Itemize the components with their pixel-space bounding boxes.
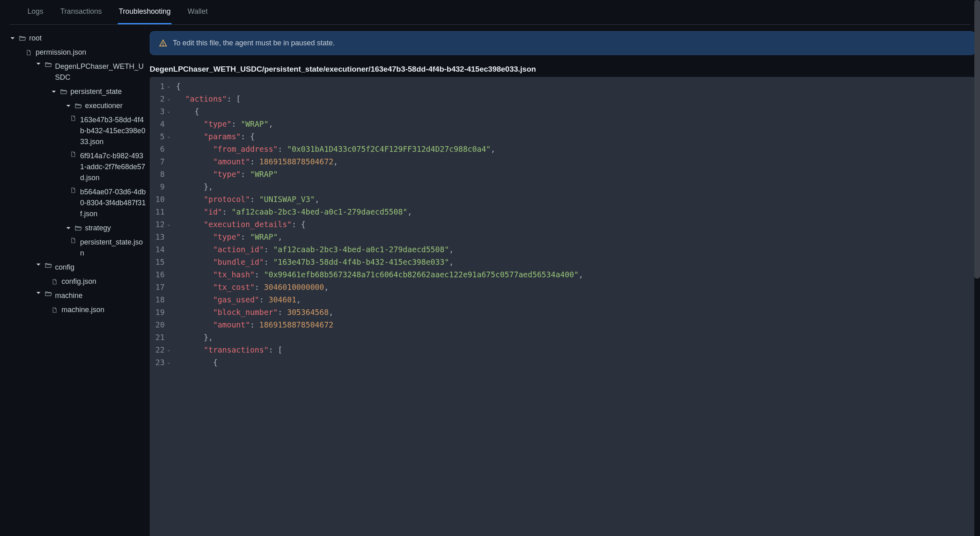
tree-item-label: machine [55,290,83,301]
tab-bar: LogsTransactionsTroubleshootingWallet [10,0,970,25]
fold-marker-icon[interactable]: ⌄ [166,221,171,228]
tree-item-label: persistent_state.json [80,237,146,259]
file-icon [25,49,32,56]
folder-open-icon [60,88,67,96]
code-line[interactable]: "amount": 1869158878504672 [176,319,583,331]
line-number: 5⌄ [155,130,171,143]
line-number: 19 [155,306,171,319]
code-line[interactable]: "id": "af12caab-2bc3-4bed-a0c1-279daecd5… [176,206,583,218]
code-line[interactable]: }, [176,331,583,344]
folder-tree-item[interactable]: persistent_state [10,85,146,99]
caret-down-icon [36,262,41,268]
code-line[interactable]: }, [176,181,583,193]
line-number: 8 [155,168,171,181]
tree-item-label: DegenLPChaser_WETH_USDC [55,61,146,83]
tree-item-label: root [29,33,42,44]
tree-item-label: 6f914a7c-b982-4931-addc-2f7fe68de57d.jso… [80,151,146,183]
alert-text: To edit this file, the agent must be in … [173,39,335,47]
code-line[interactable]: "tx_hash": "0x99461efb68b5673248a71c6064… [176,268,583,281]
folder-tree-item[interactable]: config [10,260,146,274]
code-line[interactable]: "action_id": "af12caab-2bc3-4bed-a0c1-27… [176,243,583,256]
fold-marker-icon[interactable]: ⌄ [166,133,171,140]
file-tree-item[interactable]: 163e47b3-58dd-4f4b-b432-415ec398e033.jso… [10,113,146,149]
line-number: 2⌄ [155,93,171,105]
line-number: 4 [155,118,171,130]
folder-tree-item[interactable]: DegenLPChaser_WETH_USDC [10,60,146,85]
code-line[interactable]: { [176,105,583,118]
folder-open-icon [45,61,52,68]
code-line[interactable]: "transactions": [ [176,344,583,356]
fold-marker-icon[interactable]: ⌄ [166,359,171,366]
fold-marker-icon[interactable]: ⌄ [166,83,171,90]
code-line[interactable]: "type": "WRAP", [176,118,583,130]
file-tree-item[interactable]: 6f914a7c-b982-4931-addc-2f7fe68de57d.jso… [10,149,146,185]
code-line[interactable]: "execution_details": { [176,218,583,231]
code-line[interactable]: { [176,356,583,369]
code-line[interactable]: "block_number": 305364568, [176,306,583,319]
file-tree-item[interactable]: permission.json [10,45,146,60]
line-number: 1⌄ [155,80,171,93]
caret-down-icon [10,36,15,41]
folder-open-icon [74,225,82,232]
tree-item-label: executioner [85,100,123,111]
folder-tree-item[interactable]: executioner [10,99,146,113]
line-number: 21 [155,331,171,344]
file-tree-item[interactable]: b564ae07-03d6-4db0-8304-3f4db487f31f.jso… [10,185,146,221]
folder-open-icon [45,290,52,298]
tree-item-label: config [55,262,74,273]
fold-marker-icon[interactable]: ⌄ [166,95,171,102]
folder-open-icon [74,102,82,110]
file-tree-item[interactable]: machine.json [10,303,146,317]
tree-item-label: b564ae07-03d6-4db0-8304-3f4db487f31f.jso… [80,187,146,219]
scrollbar-track[interactable] [974,0,980,536]
tree-item-label: permission.json [36,47,86,58]
file-tree-item[interactable]: config.json [10,274,146,289]
line-number: 23⌄ [155,356,171,369]
tree-item-label: config.json [62,276,96,287]
warning-icon [159,39,167,47]
scrollbar-thumb[interactable] [974,0,980,279]
folder-tree-item[interactable]: machine [10,289,146,303]
code-line[interactable]: "bundle_id": "163e47b3-58dd-4f4b-b432-41… [176,256,583,268]
tree-item-label: strategy [85,223,111,234]
code-line[interactable]: "tx_cost": 3046010000000, [176,281,583,294]
caret-down-icon [51,89,57,95]
code-line[interactable]: "actions": [ [176,93,583,105]
folder-tree-item[interactable]: root [10,31,146,45]
fold-marker-icon[interactable]: ⌄ [166,346,171,353]
code-line[interactable]: "protocol": "UNISWAP_V3", [176,193,583,206]
line-number-gutter: 1⌄2⌄3⌄45⌄6789101112⌄13141516171819202122… [150,77,173,536]
code-line[interactable]: "from_address": "0x031bA1D433c075f2C4F12… [176,143,583,155]
code-line[interactable]: "type": "WRAP", [176,231,583,243]
file-tree-item[interactable]: persistent_state.json [10,235,146,260]
caret-down-icon [36,290,41,296]
fold-marker-icon[interactable]: ⌄ [166,108,171,115]
line-number: 14 [155,243,171,256]
code-line[interactable]: "gas_used": 304601, [176,294,583,306]
app-root: LogsTransactionsTroubleshootingWallet ro… [0,0,980,536]
code-editor[interactable]: 1⌄2⌄3⌄45⌄6789101112⌄13141516171819202122… [150,77,975,536]
folder-open-icon [19,35,26,42]
file-path: DegenLPChaser_WETH_USDC/persistent_state… [150,64,975,77]
tab-troubleshooting[interactable]: Troubleshooting [118,0,171,24]
tab-wallet[interactable]: Wallet [187,0,208,24]
tab-logs[interactable]: Logs [27,0,44,24]
line-number: 6 [155,143,171,155]
tree-item-label: persistent_state [70,86,122,97]
file-icon [70,187,77,194]
file-icon [70,237,77,244]
line-number: 3⌄ [155,105,171,118]
code-line[interactable]: { [176,80,583,93]
code-line[interactable]: "amount": 1869158878504672, [176,155,583,168]
tab-transactions[interactable]: Transactions [59,0,102,24]
code-body[interactable]: { "actions": [ { "type": "WRAP", "params… [173,77,583,536]
code-line[interactable]: "type": "WRAP" [176,168,583,181]
caret-down-icon [66,225,71,231]
folder-tree-item[interactable]: strategy [10,221,146,235]
code-line[interactable]: "params": { [176,130,583,143]
tree-item-label: 163e47b3-58dd-4f4b-b432-415ec398e033.jso… [80,115,146,147]
content-pane: To edit this file, the agent must be in … [150,25,980,536]
line-number: 16 [155,268,171,281]
line-number: 15 [155,256,171,268]
file-icon [51,278,58,285]
